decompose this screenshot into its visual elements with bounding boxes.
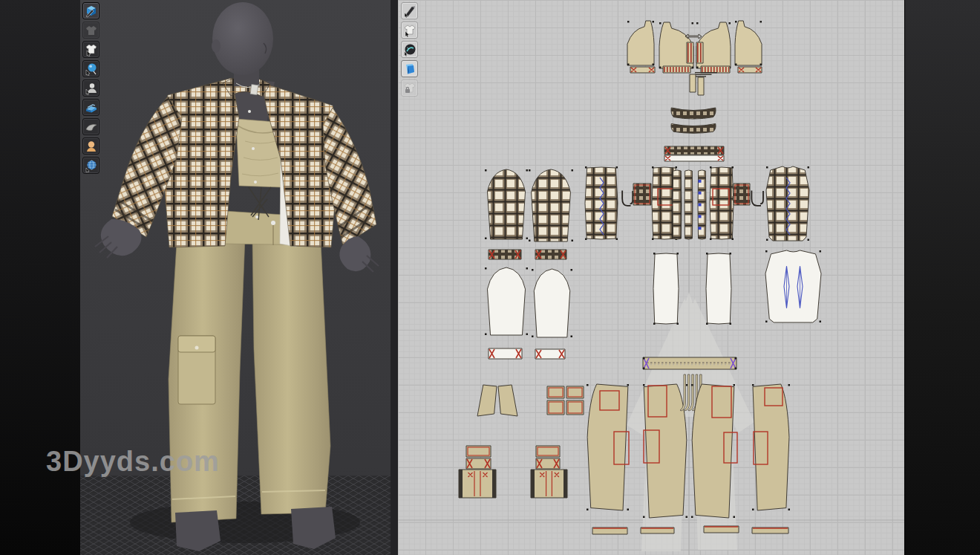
tank-tie-1[interactable] [690, 74, 696, 92]
head-tan-icon [85, 140, 98, 153]
cargo-body-b[interactable] [531, 470, 567, 498]
belt-loop-2[interactable] [566, 386, 584, 398]
lining-front-left[interactable] [653, 253, 679, 325]
lining-front-right[interactable] [706, 253, 731, 325]
hem-strip-2[interactable] [641, 528, 674, 533]
pant-front-right[interactable] [643, 384, 687, 518]
tank-insert-b[interactable] [696, 42, 703, 63]
pattern-canvas[interactable] [398, 0, 904, 555]
fold-gray-icon [85, 120, 98, 134]
tank-back-right[interactable] [735, 21, 762, 65]
lining-sleeve-right[interactable] [532, 269, 572, 337]
select-garment-tool[interactable] [82, 41, 99, 58]
seam-hook-right[interactable] [751, 190, 763, 205]
select-avatar-tool[interactable] [82, 79, 99, 97]
grain-arrow[interactable] [685, 34, 702, 39]
viewport-3d[interactable]: 3Dyyds.com [0, 0, 398, 555]
garment-disabled-tool[interactable] [82, 22, 99, 39]
pin-ball-icon [85, 62, 98, 76]
collar-under[interactable] [671, 124, 716, 134]
pant-back-right[interactable] [752, 384, 790, 510]
shirt-gray-icon [85, 24, 98, 37]
shirt-front-left[interactable] [585, 166, 618, 240]
edit-measure-tool[interactable] [401, 41, 418, 58]
book-blue-icon [85, 101, 98, 114]
app-window: 3Dyyds.com [0, 0, 980, 555]
avatar-display-tool[interactable] [82, 137, 99, 155]
cargo-band-a[interactable] [466, 458, 491, 469]
button-placket[interactable] [698, 170, 706, 239]
placket-strip-2[interactable] [685, 170, 693, 239]
cube-pen-icon [85, 4, 98, 18]
left-vignette [0, 0, 80, 555]
pin-tool[interactable] [82, 60, 99, 77]
right-panel [904, 0, 980, 555]
fly-piece-right[interactable] [498, 385, 517, 416]
cargo-flap-b[interactable] [536, 446, 560, 457]
tank-strap-3[interactable] [701, 66, 730, 73]
toolbar-2d [401, 2, 418, 97]
shirt-cursor-icon [85, 43, 98, 56]
toolbar-3d [82, 2, 99, 174]
tank-insert-a[interactable] [687, 42, 693, 63]
shirt-cursor-icon [403, 24, 416, 37]
hem-strip-3[interactable] [704, 526, 739, 533]
belt-loop-4[interactable] [566, 400, 584, 415]
pants-waistband[interactable] [643, 357, 736, 369]
paper-blue-icon [403, 62, 416, 76]
globe-icon [85, 159, 98, 172]
fly-piece-left[interactable] [477, 385, 497, 416]
hem-strip-1[interactable] [592, 528, 627, 534]
chest-pocket-right[interactable] [734, 184, 750, 205]
avatar-bust-icon [85, 82, 98, 95]
world-display-tool[interactable] [82, 157, 99, 174]
lining-cuff-right[interactable] [535, 349, 565, 359]
lock-pattern-tool[interactable] [401, 79, 418, 97]
edit-pattern-tool[interactable] [401, 2, 418, 19]
lining-sleeve-left[interactable] [485, 267, 528, 335]
sewing-tool[interactable] [82, 99, 99, 116]
tank-strap-1[interactable] [630, 67, 655, 73]
shirt-sleeve-left[interactable] [485, 169, 528, 239]
belt-loop-3[interactable] [547, 400, 564, 415]
measure-dark-icon [403, 43, 416, 56]
shirt-front-mid-right[interactable] [710, 166, 734, 240]
viewport-2d[interactable] [398, 0, 904, 555]
cargo-band-b[interactable] [536, 458, 560, 469]
pant-front-left[interactable] [587, 384, 629, 510]
avatar-3d-scene [0, 0, 398, 555]
shirt-sleeve-right[interactable] [529, 169, 573, 241]
shirt-cuff-left[interactable] [489, 250, 521, 259]
viewport-divider[interactable] [391, 0, 398, 555]
cargo-body-a[interactable] [459, 470, 496, 498]
tank-strap-2[interactable] [663, 66, 690, 73]
fold-arrangement-tool[interactable] [82, 118, 99, 135]
placket-strip-1[interactable] [673, 170, 682, 239]
lining-back[interactable] [765, 250, 821, 322]
simulate-tool[interactable] [82, 2, 99, 19]
shirt-lock-icon [403, 82, 416, 95]
cargo-flap-a[interactable] [466, 446, 491, 457]
collar-stand[interactable] [664, 146, 724, 155]
lining-cuff-left[interactable] [489, 348, 522, 359]
belt-loop-1[interactable] [547, 386, 564, 398]
create-pattern-tool[interactable] [401, 60, 418, 77]
seam-hook-left[interactable] [622, 190, 633, 205]
shirt-cuff-right[interactable] [535, 250, 566, 259]
tank-annotation[interactable] [695, 72, 717, 77]
collar-stand-lining[interactable] [664, 155, 724, 161]
chest-pocket-left[interactable] [633, 184, 651, 205]
transform-pattern-tool[interactable] [401, 22, 418, 39]
pen-black-icon [403, 4, 416, 18]
tank-back-left[interactable] [627, 21, 654, 65]
hem-strip-4[interactable] [752, 528, 788, 533]
shirt-back[interactable] [766, 166, 809, 241]
collar-top[interactable] [671, 108, 716, 119]
tank-tie-2[interactable] [698, 77, 704, 95]
tank-strap-4[interactable] [738, 67, 762, 73]
